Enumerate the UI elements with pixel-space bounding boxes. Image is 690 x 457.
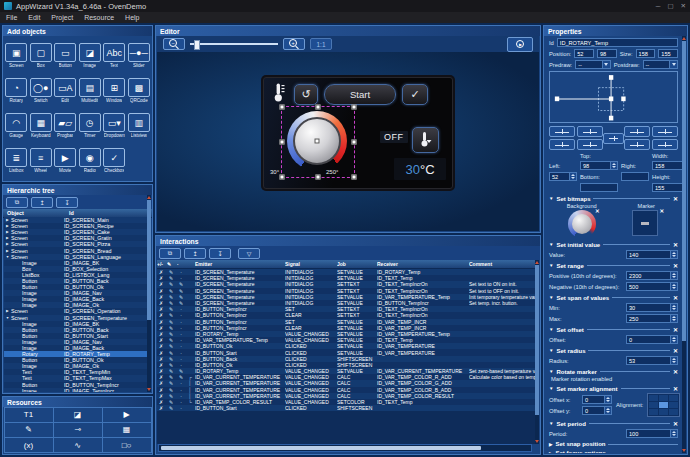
add-object-tool[interactable]: ▰▱ Progbar bbox=[53, 108, 78, 143]
edit-row-icon[interactable]: ✎ bbox=[167, 269, 177, 275]
interactions-column-header[interactable]: · bbox=[177, 261, 187, 267]
add-object-tool[interactable]: ≡ Wheel bbox=[29, 143, 54, 178]
scroll-thumb[interactable] bbox=[147, 200, 151, 320]
add-object-tool[interactable]: ◪ Image bbox=[78, 38, 103, 73]
remove-section-icon[interactable]: ✕ bbox=[673, 368, 678, 375]
anchor-preview[interactable] bbox=[549, 71, 678, 123]
collapse-icon[interactable]: ▼ bbox=[549, 327, 553, 332]
clear-bitmap-icon[interactable]: ✕ bbox=[660, 208, 665, 214]
size-w-field[interactable]: 158 bbox=[636, 49, 656, 58]
interaction-row[interactable]: ✗ ✎ ✎ ID_SCREEN_Temperature INITDIALOG S… bbox=[157, 300, 535, 306]
expand-icon[interactable]: ▶ bbox=[4, 242, 11, 246]
editor-canvas[interactable]: ↺ Start ✓ 30° 250° OFF bbox=[157, 52, 539, 231]
remove-section-icon[interactable]: ✕ bbox=[673, 262, 678, 269]
remove-section-icon[interactable]: ✕ bbox=[673, 241, 678, 248]
collapsed-section-header[interactable]: ▶ Set focus options bbox=[549, 450, 678, 453]
period-field[interactable]: 100 bbox=[626, 429, 678, 438]
collapse-icon[interactable]: ▼ bbox=[549, 263, 553, 268]
edit-row-icon[interactable]: ✎ bbox=[167, 319, 177, 325]
spinner-icon[interactable] bbox=[604, 407, 611, 414]
delete-row-icon[interactable]: ✗ bbox=[157, 288, 167, 294]
collapse-icon[interactable]: ▼ bbox=[549, 421, 553, 426]
right-field[interactable] bbox=[621, 172, 649, 181]
add-object-tool[interactable]: ▥ Listview bbox=[127, 108, 152, 143]
menu-item[interactable]: Help bbox=[125, 14, 139, 21]
anchor-button[interactable] bbox=[624, 126, 650, 137]
offset-y-field[interactable]: 0 bbox=[582, 406, 612, 415]
selection-handle[interactable] bbox=[280, 175, 285, 180]
delete-row-icon[interactable]: ✗ bbox=[157, 331, 167, 337]
expand-icon[interactable]: ▼ bbox=[4, 316, 11, 320]
interaction-row[interactable]: ✗ ✎ ✎ ID_SCREEN_Temperature INITDIALOG S… bbox=[157, 294, 535, 300]
clear-bitmap-icon[interactable]: ✕ bbox=[595, 208, 600, 214]
add-object-tool[interactable]: ≣ Listbox bbox=[4, 143, 29, 178]
scroll-up-icon[interactable] bbox=[535, 261, 539, 264]
alignment-cell[interactable] bbox=[649, 395, 658, 401]
images-resource[interactable]: ◪ bbox=[53, 407, 103, 423]
position-x-field[interactable]: 52 bbox=[574, 49, 594, 58]
minimize-button[interactable]: ─ bbox=[656, 2, 661, 10]
selection-handle[interactable] bbox=[280, 105, 285, 110]
width-field[interactable]: 158 bbox=[652, 161, 682, 170]
edit-row-icon[interactable]: ✎ bbox=[167, 331, 177, 337]
scroll-thumb[interactable] bbox=[535, 265, 539, 415]
height-field[interactable]: 155 bbox=[652, 183, 682, 192]
interaction-row[interactable]: ✗ ✎ ✎ ┌ ID_VAR_CURRENT_TEMPERATURE VALUE… bbox=[157, 374, 535, 380]
oven-screen-preview[interactable]: ↺ Start ✓ 30° 250° OFF bbox=[263, 77, 453, 189]
expand-icon[interactable]: ▶ bbox=[4, 236, 11, 240]
add-object-tool[interactable]: ▣ Screen bbox=[4, 38, 29, 73]
selection-handle[interactable] bbox=[280, 140, 285, 145]
spinner-icon[interactable] bbox=[670, 315, 677, 322]
delete-row-icon[interactable]: ✗ bbox=[157, 387, 167, 393]
predraw-dropdown[interactable]: -- bbox=[575, 60, 611, 69]
spinner-icon[interactable] bbox=[569, 173, 576, 180]
selection-handle[interactable] bbox=[352, 175, 357, 180]
texts-resource[interactable]: ✎ bbox=[4, 422, 54, 438]
spinner-icon[interactable] bbox=[610, 162, 617, 169]
edit-row-icon[interactable]: ✎ bbox=[167, 393, 177, 399]
scroll-thumb[interactable] bbox=[682, 41, 686, 341]
start-button[interactable]: Start bbox=[324, 84, 396, 105]
section-set-period[interactable]: ▼ Set period ✕ bbox=[549, 420, 678, 427]
alignment-cell-selected[interactable] bbox=[659, 402, 668, 408]
alignment-cell[interactable] bbox=[649, 409, 658, 415]
section-set-bitmaps[interactable]: ▼ Set bitmaps ✕ bbox=[549, 195, 678, 202]
interactions-column-header[interactable]: Emitter bbox=[195, 261, 285, 267]
delete-row-icon[interactable]: ✗ bbox=[157, 380, 167, 386]
interaction-row[interactable]: ✗ ✎ · ID_BUTTON_Start CLICKED SHIFTSCREE… bbox=[157, 405, 535, 411]
delete-row-icon[interactable]: ✗ bbox=[157, 393, 167, 399]
anchor-button[interactable] bbox=[652, 139, 678, 150]
delete-row-icon[interactable]: ✗ bbox=[157, 405, 167, 411]
spinner-icon[interactable] bbox=[670, 430, 677, 437]
remove-section-icon[interactable]: ✕ bbox=[673, 195, 678, 202]
size-h-field[interactable]: 155 bbox=[658, 49, 678, 58]
zoom-slider-thumb[interactable] bbox=[194, 40, 200, 50]
spinner-icon[interactable] bbox=[604, 396, 611, 403]
edit-row-icon[interactable]: ✎ bbox=[167, 343, 177, 349]
scroll-up-icon[interactable] bbox=[147, 196, 151, 199]
close-button[interactable]: ✕ bbox=[681, 2, 686, 10]
duplicate-button[interactable]: ⧉ bbox=[6, 197, 28, 208]
delete-row-icon[interactable]: ✗ bbox=[157, 374, 167, 380]
alignment-cell[interactable] bbox=[659, 409, 668, 415]
expand-icon[interactable]: ▶ bbox=[549, 442, 552, 447]
section-set-offset[interactable]: ▼ Set offset ✕ bbox=[549, 326, 678, 333]
alignment-cell[interactable] bbox=[649, 402, 658, 408]
fonts-resource[interactable]: T1 bbox=[4, 407, 54, 423]
maximize-button[interactable]: ▢ bbox=[667, 2, 673, 10]
move-down-button[interactable]: ↧ bbox=[56, 197, 78, 208]
selection-center-handle[interactable] bbox=[315, 139, 320, 144]
add-object-tool[interactable]: ◔ Rotary bbox=[4, 73, 29, 108]
edit-row-icon[interactable]: ✎ bbox=[167, 281, 177, 287]
add-object-tool[interactable]: ◯● Switch bbox=[29, 73, 54, 108]
edit-row-icon[interactable]: ✎ bbox=[167, 362, 177, 368]
anchor-button[interactable] bbox=[549, 126, 575, 137]
collapse-icon[interactable]: ▼ bbox=[549, 348, 553, 353]
scroll-down-icon[interactable] bbox=[147, 388, 151, 391]
tables-resource[interactable]: ▦ bbox=[102, 422, 152, 438]
alignment-cell[interactable] bbox=[669, 395, 678, 401]
spinner-icon[interactable] bbox=[670, 272, 677, 279]
add-object-tool[interactable]: ─●─ Slider bbox=[127, 38, 152, 73]
delete-row-icon[interactable]: ✗ bbox=[157, 319, 167, 325]
edit-row-icon[interactable]: ✎ bbox=[167, 374, 177, 380]
